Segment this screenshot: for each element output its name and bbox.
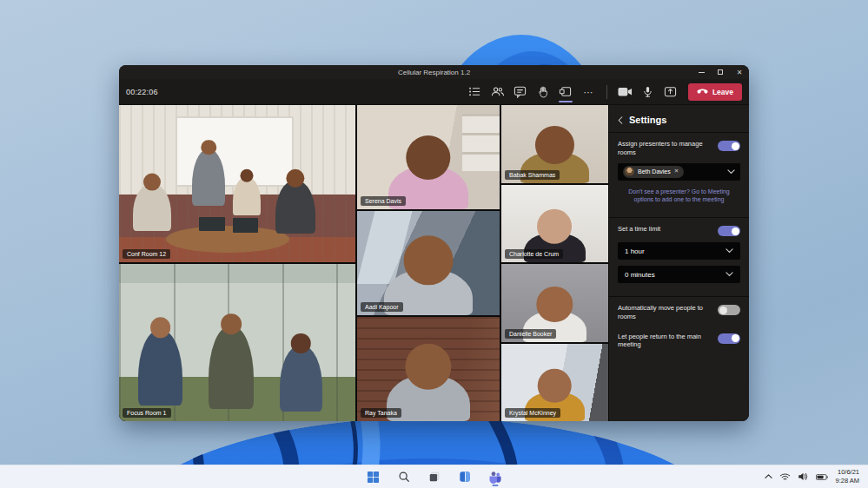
video-tile-danielle-booker[interactable]: Danielle Booker xyxy=(501,264,608,342)
participant-name-label: Conf Room 12 xyxy=(123,249,170,259)
time-limit-section: Set a time limit 1 hour 0 minutes xyxy=(609,217,749,291)
presenter-chip[interactable]: Beth Davies ✕ xyxy=(623,166,684,178)
return-main-label: Let people return to the main meeting xyxy=(618,333,710,350)
hidden-icons-chevron-icon[interactable] xyxy=(765,474,772,478)
auto-move-toggle[interactable] xyxy=(718,305,740,315)
assign-presenters-section: Assign presenters to manage rooms Beth D… xyxy=(609,132,749,212)
microphone-toggle-button[interactable] xyxy=(638,81,659,103)
presenter-hint-link[interactable]: Don't see a presenter? Go to Meeting opt… xyxy=(618,188,740,205)
video-tile-focus-room-1[interactable]: Focus Room 1 xyxy=(119,264,355,421)
windows-start-icon xyxy=(367,471,380,484)
hours-select[interactable]: 1 hour xyxy=(618,242,740,260)
person-silhouette xyxy=(275,181,315,234)
person-silhouette xyxy=(280,346,322,412)
running-app-indicator xyxy=(492,485,498,487)
leave-button[interactable]: Leave xyxy=(688,83,742,101)
list-view-icon[interactable] xyxy=(465,81,486,103)
chat-icon xyxy=(514,85,527,98)
person-silhouette xyxy=(233,177,262,214)
video-tile-serena-davis[interactable]: Serena Davis xyxy=(357,105,500,209)
presenter-picker-field[interactable]: Beth Davies ✕ xyxy=(618,163,740,181)
window-title: Cellular Respiration 1.2 xyxy=(119,69,749,76)
taskbar-clock[interactable]: 10/6/21 9:28 AM xyxy=(835,468,859,485)
raise-hand-button[interactable] xyxy=(533,81,553,103)
video-tile-ray-tanaka[interactable]: Ray Tanaka xyxy=(357,317,500,421)
battery-icon[interactable] xyxy=(816,474,828,480)
scene-laptop xyxy=(199,217,225,231)
toolbar-actions: ⋯ xyxy=(465,81,742,103)
participant-name-label: Focus Room 1 xyxy=(123,408,171,418)
meeting-timer: 00:22:06 xyxy=(126,88,158,96)
person-silhouette xyxy=(209,326,254,408)
search-button[interactable] xyxy=(393,466,415,487)
grid-column-left: Conf Room 12 Focus Room 1 xyxy=(119,105,355,421)
assign-presenters-label: Assign presenters to manage rooms xyxy=(618,140,710,157)
breakout-rooms-button[interactable] xyxy=(555,81,576,103)
more-actions-button[interactable]: ⋯ xyxy=(578,81,599,103)
participant-name-label: Babak Shammas xyxy=(505,170,560,180)
task-view-button[interactable] xyxy=(423,466,446,487)
taskbar-time: 9:28 AM xyxy=(835,477,859,485)
chevron-down-icon xyxy=(726,248,733,253)
share-icon xyxy=(664,85,677,98)
close-button[interactable]: ✕ xyxy=(730,65,749,79)
time-limit-toggle[interactable] xyxy=(718,226,740,236)
video-tile-aadi-kapoor[interactable]: Aadi Kapoor xyxy=(357,211,500,315)
auto-move-label: Automatically move people to rooms xyxy=(618,304,710,321)
window-titlebar: Cellular Respiration 1.2 ✕ xyxy=(119,65,749,79)
minimize-button[interactable] xyxy=(692,65,711,79)
scene-table xyxy=(166,226,288,253)
minutes-value: 0 minutes xyxy=(625,271,655,279)
participant-name-label: Charlotte de Crum xyxy=(505,249,563,259)
teams-app-button[interactable] xyxy=(484,466,507,487)
start-button[interactable] xyxy=(362,466,385,487)
breakout-rooms-icon xyxy=(559,85,572,98)
window-controls: ✕ xyxy=(692,65,749,79)
task-view-icon xyxy=(428,471,441,483)
meeting-content: Conf Room 12 Focus Room 1 Serena Davis xyxy=(119,105,749,421)
taskbar-date: 10/6/21 xyxy=(835,468,859,477)
hours-value: 1 hour xyxy=(625,247,645,255)
video-tile-charlotte-de-crum[interactable]: Charlotte de Crum xyxy=(501,185,608,263)
presenter-chip-name: Beth Davies xyxy=(638,168,671,175)
microphone-icon xyxy=(642,86,653,97)
remove-presenter-icon[interactable]: ✕ xyxy=(674,168,679,175)
assign-presenters-toggle[interactable] xyxy=(718,141,740,151)
share-screen-button[interactable] xyxy=(660,81,681,103)
person-silhouette xyxy=(138,330,183,406)
return-main-toggle[interactable] xyxy=(718,333,740,344)
desktop: Cellular Respiration 1.2 ✕ 00:22:06 xyxy=(0,0,868,488)
widgets-button[interactable] xyxy=(454,466,476,487)
system-tray: 10/6/21 9:28 AM xyxy=(765,465,868,488)
participant-name-label: Serena Davis xyxy=(361,196,406,206)
chevron-down-icon xyxy=(727,169,735,174)
camera-icon xyxy=(618,87,633,96)
show-participants-button[interactable] xyxy=(487,81,508,103)
back-chevron-icon[interactable] xyxy=(618,116,623,124)
bulleted-list-icon xyxy=(468,85,481,98)
teams-meeting-window: Cellular Respiration 1.2 ✕ 00:22:06 xyxy=(119,65,749,421)
participant-name-label: Danielle Booker xyxy=(505,329,556,339)
video-tile-conf-room-12[interactable]: Conf Room 12 xyxy=(119,105,355,262)
camera-toggle-button[interactable] xyxy=(615,81,636,103)
widgets-icon xyxy=(459,471,471,483)
toolbar-divider xyxy=(606,85,607,99)
time-limit-label: Set a time limit xyxy=(618,225,660,234)
settings-header: Settings xyxy=(609,105,749,132)
scene-bookshelf xyxy=(462,114,500,171)
person-silhouette xyxy=(133,184,171,231)
volume-icon[interactable] xyxy=(798,472,809,481)
participant-name-label: Krystal McKinney xyxy=(505,408,560,418)
chevron-down-icon xyxy=(726,272,733,276)
video-tile-krystal-mckinney[interactable]: Krystal McKinney xyxy=(501,344,608,422)
maximize-button[interactable] xyxy=(711,65,730,79)
settings-title: Settings xyxy=(629,115,666,125)
leave-button-label: Leave xyxy=(712,88,733,96)
grid-column-middle: Serena Davis Aadi Kapoor Ray Tanaka xyxy=(357,105,500,421)
wifi-icon[interactable] xyxy=(779,473,791,481)
meeting-toolbar: 00:22:06 xyxy=(119,79,749,105)
minutes-select[interactable]: 0 minutes xyxy=(618,266,740,283)
room-behavior-section: Automatically move people to rooms Let p… xyxy=(609,296,749,357)
video-tile-babak-shammas[interactable]: Babak Shammas xyxy=(501,105,608,183)
show-chat-button[interactable] xyxy=(510,81,531,103)
